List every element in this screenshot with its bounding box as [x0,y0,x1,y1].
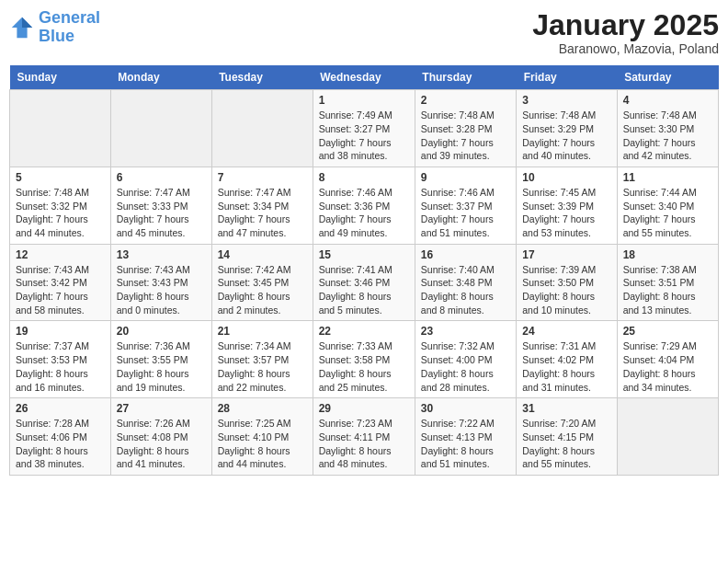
day-cell: 24Sunrise: 7:31 AM Sunset: 4:02 PM Dayli… [517,321,617,398]
day-info: Sunrise: 7:42 AM Sunset: 3:45 PM Dayligh… [218,263,307,317]
day-cell: 7Sunrise: 7:47 AM Sunset: 3:34 PM Daylig… [211,167,313,244]
day-info: Sunrise: 7:31 AM Sunset: 4:02 PM Dayligh… [522,339,610,394]
page-header: General Blue January 2025 Baranowo, Mazo… [9,9,719,56]
day-number: 8 [319,171,409,184]
day-number: 10 [522,171,610,184]
day-number: 1 [319,94,409,107]
day-cell: 5Sunrise: 7:48 AM Sunset: 3:32 PM Daylig… [10,167,111,244]
day-info: Sunrise: 7:34 AM Sunset: 3:57 PM Dayligh… [218,339,307,394]
day-number: 22 [319,325,409,338]
day-number: 18 [623,248,712,261]
day-number: 29 [319,402,409,415]
day-cell [110,90,211,167]
day-number: 5 [16,171,105,184]
day-cell: 14Sunrise: 7:42 AM Sunset: 3:45 PM Dayli… [211,244,313,321]
day-number: 25 [623,325,712,338]
day-info: Sunrise: 7:36 AM Sunset: 3:55 PM Dayligh… [117,339,206,394]
day-info: Sunrise: 7:25 AM Sunset: 4:10 PM Dayligh… [218,417,307,471]
day-info: Sunrise: 7:33 AM Sunset: 3:58 PM Dayligh… [319,339,409,394]
day-info: Sunrise: 7:20 AM Sunset: 4:15 PM Dayligh… [522,417,610,471]
day-info: Sunrise: 7:47 AM Sunset: 3:33 PM Dayligh… [117,186,206,240]
weekday-header-sunday: Sunday [10,65,111,90]
day-cell: 2Sunrise: 7:48 AM Sunset: 3:28 PM Daylig… [415,90,516,167]
day-info: Sunrise: 7:28 AM Sunset: 4:06 PM Dayligh… [16,417,105,471]
day-cell: 13Sunrise: 7:43 AM Sunset: 3:43 PM Dayli… [110,244,211,321]
svg-marker-1 [22,17,32,28]
day-cell: 16Sunrise: 7:40 AM Sunset: 3:48 PM Dayli… [415,244,516,321]
day-number: 7 [218,171,307,184]
day-info: Sunrise: 7:48 AM Sunset: 3:32 PM Dayligh… [16,186,105,240]
day-cell: 30Sunrise: 7:22 AM Sunset: 4:13 PM Dayli… [415,398,516,476]
day-number: 28 [218,402,307,415]
day-cell: 31Sunrise: 7:20 AM Sunset: 4:15 PM Dayli… [517,398,617,476]
month-title: January 2025 [532,9,719,41]
day-info: Sunrise: 7:37 AM Sunset: 3:53 PM Dayligh… [16,339,105,394]
day-cell: 28Sunrise: 7:25 AM Sunset: 4:10 PM Dayli… [211,398,313,476]
day-cell: 20Sunrise: 7:36 AM Sunset: 3:55 PM Dayli… [110,321,211,398]
day-cell: 8Sunrise: 7:46 AM Sunset: 3:36 PM Daylig… [313,167,415,244]
day-number: 23 [421,325,510,338]
day-cell: 17Sunrise: 7:39 AM Sunset: 3:50 PM Dayli… [517,244,617,321]
day-number: 11 [623,171,712,184]
day-info: Sunrise: 7:41 AM Sunset: 3:46 PM Dayligh… [319,263,409,317]
day-number: 4 [623,94,712,107]
week-row-5: 26Sunrise: 7:28 AM Sunset: 4:06 PM Dayli… [10,398,719,476]
weekday-header-thursday: Thursday [415,65,516,90]
day-info: Sunrise: 7:29 AM Sunset: 4:04 PM Dayligh… [623,339,712,394]
day-info: Sunrise: 7:45 AM Sunset: 3:39 PM Dayligh… [522,186,610,240]
title-block: January 2025 Baranowo, Mazovia, Poland [532,9,719,56]
weekday-header-saturday: Saturday [617,65,718,90]
week-row-4: 19Sunrise: 7:37 AM Sunset: 3:53 PM Dayli… [10,321,719,398]
day-cell: 1Sunrise: 7:49 AM Sunset: 3:27 PM Daylig… [313,90,415,167]
day-cell: 19Sunrise: 7:37 AM Sunset: 3:53 PM Dayli… [10,321,111,398]
day-info: Sunrise: 7:48 AM Sunset: 3:28 PM Dayligh… [421,109,510,163]
weekday-header-monday: Monday [110,65,211,90]
day-cell [10,90,111,167]
day-cell: 4Sunrise: 7:48 AM Sunset: 3:30 PM Daylig… [617,90,718,167]
location-subtitle: Baranowo, Mazovia, Poland [532,41,719,56]
day-cell: 26Sunrise: 7:28 AM Sunset: 4:06 PM Dayli… [10,398,111,476]
day-info: Sunrise: 7:22 AM Sunset: 4:13 PM Dayligh… [421,417,510,471]
day-info: Sunrise: 7:39 AM Sunset: 3:50 PM Dayligh… [522,263,610,317]
day-cell: 6Sunrise: 7:47 AM Sunset: 3:33 PM Daylig… [110,167,211,244]
day-number: 13 [117,248,206,261]
day-cell: 3Sunrise: 7:48 AM Sunset: 3:29 PM Daylig… [517,90,617,167]
day-cell: 15Sunrise: 7:41 AM Sunset: 3:46 PM Dayli… [313,244,415,321]
day-info: Sunrise: 7:44 AM Sunset: 3:40 PM Dayligh… [623,186,712,240]
day-cell: 23Sunrise: 7:32 AM Sunset: 4:00 PM Dayli… [415,321,516,398]
day-info: Sunrise: 7:40 AM Sunset: 3:48 PM Dayligh… [421,263,510,317]
day-info: Sunrise: 7:47 AM Sunset: 3:34 PM Dayligh… [218,186,307,240]
day-info: Sunrise: 7:43 AM Sunset: 3:42 PM Dayligh… [16,263,105,317]
day-info: Sunrise: 7:26 AM Sunset: 4:08 PM Dayligh… [117,417,206,471]
week-row-1: 1Sunrise: 7:49 AM Sunset: 3:27 PM Daylig… [10,90,719,167]
day-cell: 10Sunrise: 7:45 AM Sunset: 3:39 PM Dayli… [517,167,617,244]
day-cell: 21Sunrise: 7:34 AM Sunset: 3:57 PM Dayli… [211,321,313,398]
day-cell: 27Sunrise: 7:26 AM Sunset: 4:08 PM Dayli… [110,398,211,476]
day-number: 24 [522,325,610,338]
day-number: 17 [522,248,610,261]
day-info: Sunrise: 7:46 AM Sunset: 3:36 PM Dayligh… [319,186,409,240]
day-cell: 12Sunrise: 7:43 AM Sunset: 3:42 PM Dayli… [10,244,111,321]
day-number: 15 [319,248,409,261]
calendar-table: SundayMondayTuesdayWednesdayThursdayFrid… [9,65,719,476]
logo-text: General Blue [39,9,100,46]
weekday-header-tuesday: Tuesday [211,65,313,90]
day-info: Sunrise: 7:23 AM Sunset: 4:11 PM Dayligh… [319,417,409,471]
weekday-header-friday: Friday [517,65,617,90]
logo: General Blue [9,9,100,46]
day-number: 14 [218,248,307,261]
day-number: 16 [421,248,510,261]
day-info: Sunrise: 7:49 AM Sunset: 3:27 PM Dayligh… [319,109,409,163]
day-number: 3 [522,94,610,107]
day-info: Sunrise: 7:46 AM Sunset: 3:37 PM Dayligh… [421,186,510,240]
weekday-header-wednesday: Wednesday [313,65,415,90]
day-number: 6 [117,171,206,184]
day-info: Sunrise: 7:48 AM Sunset: 3:29 PM Dayligh… [522,109,610,163]
day-cell: 11Sunrise: 7:44 AM Sunset: 3:40 PM Dayli… [617,167,718,244]
day-number: 27 [117,402,206,415]
day-info: Sunrise: 7:48 AM Sunset: 3:30 PM Dayligh… [623,109,712,163]
day-number: 19 [16,325,105,338]
week-row-2: 5Sunrise: 7:48 AM Sunset: 3:32 PM Daylig… [10,167,719,244]
day-cell: 25Sunrise: 7:29 AM Sunset: 4:04 PM Dayli… [617,321,718,398]
day-number: 30 [421,402,510,415]
